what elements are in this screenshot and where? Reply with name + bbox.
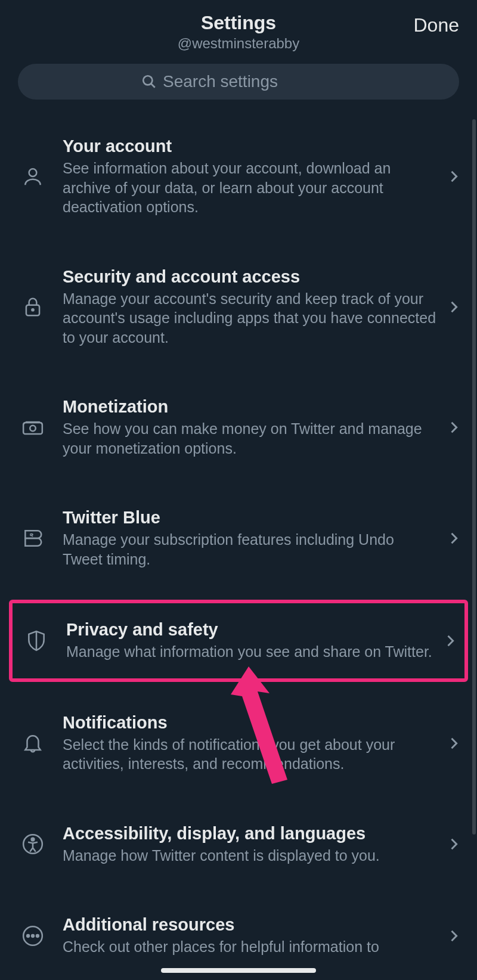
- row-text: Your accountSee information about your a…: [63, 137, 445, 217]
- svg-rect-5: [23, 423, 42, 434]
- svg-point-0: [143, 76, 152, 85]
- page-title: Settings: [178, 12, 299, 34]
- row-title: Monetization: [63, 397, 437, 417]
- chevron-right-icon: [445, 735, 462, 752]
- search-input[interactable]: [163, 72, 336, 91]
- row-desc: Check out other places for helpful infor…: [63, 937, 437, 957]
- more-icon: [18, 925, 47, 947]
- row-text: Privacy and safetyManage what informatio…: [66, 620, 442, 662]
- row-title: Twitter Blue: [63, 508, 437, 528]
- row-desc: Manage what information you see and shar…: [66, 642, 433, 662]
- chevron-right-icon: [442, 632, 459, 649]
- settings-row-twitter-blue[interactable]: Twitter BlueManage your subscription fea…: [9, 483, 468, 594]
- settings-row-more[interactable]: Additional resourcesCheck out other plac…: [9, 890, 468, 980]
- settings-row-money[interactable]: MonetizationSee how you can make money o…: [9, 372, 468, 483]
- home-indicator: [161, 968, 316, 973]
- row-title: Notifications: [63, 713, 437, 733]
- row-text: Accessibility, display, and languagesMan…: [63, 824, 445, 866]
- row-title: Accessibility, display, and languages: [63, 824, 437, 843]
- header: Settings @westminsterabby Done: [0, 0, 477, 58]
- row-desc: Manage your account's security and keep …: [63, 289, 437, 348]
- search-settings[interactable]: [18, 64, 459, 100]
- row-title: Security and account access: [63, 267, 437, 287]
- svg-point-6: [30, 426, 36, 432]
- row-desc: Manage your subscription features includ…: [63, 530, 437, 569]
- svg-point-12: [32, 935, 34, 937]
- svg-point-13: [36, 935, 39, 937]
- row-desc: See information about your account, down…: [63, 159, 437, 217]
- chevron-right-icon: [445, 928, 462, 944]
- svg-point-2: [29, 169, 37, 177]
- accessibility-icon: [18, 833, 47, 855]
- row-desc: Manage how Twitter content is displayed …: [63, 846, 437, 866]
- row-title: Your account: [63, 137, 437, 156]
- chevron-right-icon: [445, 530, 462, 547]
- settings-row-person[interactable]: Your accountSee information about your a…: [9, 111, 468, 242]
- svg-point-11: [27, 935, 29, 937]
- row-title: Privacy and safety: [66, 620, 433, 640]
- settings-row-bell[interactable]: NotificationsSelect the kinds of notific…: [9, 688, 468, 799]
- row-text: MonetizationSee how you can make money o…: [63, 397, 445, 458]
- row-desc: See how you can make money on Twitter an…: [63, 419, 437, 458]
- settings-row-accessibility[interactable]: Accessibility, display, and languagesMan…: [9, 799, 468, 891]
- scroll-indicator[interactable]: [472, 119, 476, 835]
- chevron-right-icon: [445, 168, 462, 185]
- shield-icon: [22, 629, 51, 652]
- done-button[interactable]: Done: [414, 14, 460, 36]
- search-icon: [141, 74, 157, 89]
- lock-icon: [18, 296, 47, 318]
- row-title: Additional resources: [63, 915, 437, 935]
- svg-point-4: [32, 309, 33, 311]
- svg-point-9: [32, 838, 35, 841]
- account-handle: @westminsterabby: [178, 35, 299, 52]
- money-icon: [18, 416, 47, 439]
- settings-row-shield[interactable]: Privacy and safetyManage what informatio…: [9, 600, 468, 682]
- svg-line-1: [151, 83, 155, 88]
- settings-row-lock[interactable]: Security and account accessManage your a…: [9, 242, 468, 373]
- row-text: Security and account accessManage your a…: [63, 267, 445, 348]
- row-desc: Select the kinds of notifications you ge…: [63, 735, 437, 774]
- row-text: Twitter BlueManage your subscription fea…: [63, 508, 445, 569]
- chevron-right-icon: [445, 836, 462, 852]
- row-text: Additional resourcesCheck out other plac…: [63, 915, 445, 957]
- settings-list: Your accountSee information about your a…: [0, 111, 477, 980]
- chevron-right-icon: [445, 419, 462, 436]
- row-text: NotificationsSelect the kinds of notific…: [63, 713, 445, 774]
- bell-icon: [18, 732, 47, 755]
- person-icon: [18, 165, 47, 188]
- chevron-right-icon: [445, 299, 462, 315]
- twitter-blue-icon: [18, 527, 47, 550]
